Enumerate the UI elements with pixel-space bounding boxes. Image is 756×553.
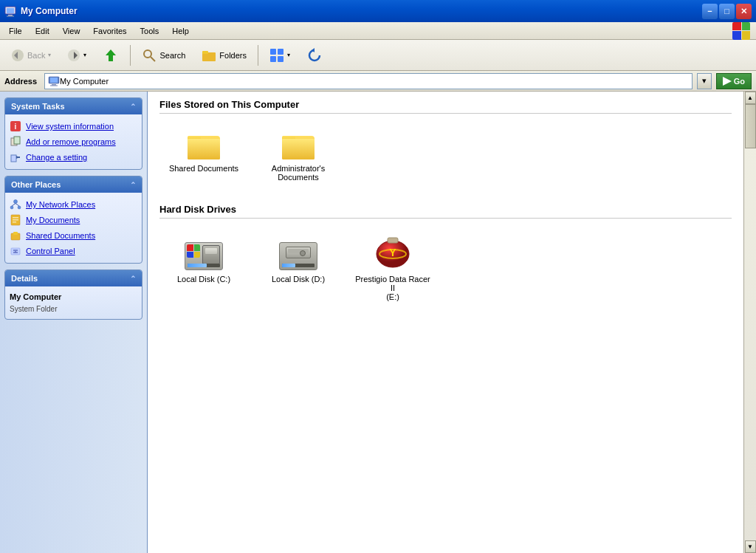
shared-documents-folder-icon [186,130,221,159]
svg-rect-37 [13,219,18,221]
svg-point-30 [14,200,18,204]
svg-text:Y: Y [389,247,396,258]
documents-icon [10,214,21,226]
undo-icon [306,47,323,63]
svg-rect-27 [11,155,16,162]
folders-button[interactable]: Folders [195,45,253,66]
svg-rect-19 [50,78,58,83]
address-input-wrapper[interactable] [44,73,693,89]
scroll-down-button[interactable]: ▼ [745,540,756,553]
svg-rect-13 [270,49,276,55]
local-disk-c-icon [183,235,224,270]
svg-rect-21 [50,85,58,86]
system-tasks-body: i View system information Add or remove … [5,114,142,169]
hard-disk-section-title: Hard Disk Drives [159,204,732,219]
scrollbar[interactable]: ▲ ▼ [743,92,756,553]
local-disk-c-item[interactable]: Local Disk (C:) [159,227,248,309]
files-section-title: Files Stored on This Computer [159,99,732,114]
view-system-info-link[interactable]: i View system information [10,120,137,132]
svg-point-31 [10,206,13,209]
svg-rect-20 [52,84,56,86]
svg-point-9 [144,50,151,58]
svg-rect-1 [7,8,14,13]
local-disk-c-label: Local Disk (C:) [177,275,230,284]
hard-disk-icon-grid: Local Disk (C:) [159,227,732,309]
info-icon: i [10,120,21,132]
svg-line-10 [151,57,155,61]
menu-help[interactable]: Help [166,25,195,37]
title-bar-buttons: − □ ✕ [702,4,752,19]
windows-logo [732,22,750,40]
go-arrow-icon [723,77,732,86]
shared-documents-item[interactable]: Shared Documents [159,123,248,189]
svg-marker-8 [106,49,116,61]
folders-icon [202,49,216,62]
menu-tools[interactable]: Tools [134,25,165,37]
admin-documents-folder-icon [281,130,316,159]
toolbar-separator-2 [258,45,258,66]
admin-documents-label: Administrator'sDocuments [272,164,325,182]
up-button[interactable] [96,44,126,67]
local-disk-d-item[interactable]: Local Disk (D:) [254,227,343,309]
controlpanel-icon [10,245,21,257]
back-button[interactable]: Back ▾ [4,45,58,66]
scroll-up-button[interactable]: ▲ [745,92,756,104]
main-content: System Tasks ⌃ i View system information [0,92,756,553]
search-button[interactable]: Search [135,44,192,66]
svg-line-34 [16,204,19,207]
right-panel: Files Stored on This Computer Shared Doc… [148,92,743,553]
details-collapse-icon: ⌃ [130,275,136,283]
minimize-button[interactable]: − [702,4,718,19]
other-places-header[interactable]: Other Places ⌃ [5,176,142,193]
shared-icon [10,230,21,241]
go-button[interactable]: Go [716,73,752,89]
address-input[interactable] [60,77,689,86]
maximize-button[interactable]: □ [719,4,735,19]
shared-documents-link[interactable]: Shared Documents [10,230,137,241]
system-tasks-section: System Tasks ⌃ i View system information [4,97,142,170]
forward-icon [67,49,80,62]
local-disk-d-label: Local Disk (D:) [272,275,325,284]
svg-marker-29 [16,156,19,159]
other-places-body: My Network Places My Documents [5,193,142,263]
menu-view[interactable]: View [57,25,86,37]
my-documents-link[interactable]: My Documents [10,214,137,226]
prestigio-item[interactable]: Y Prestigio Data Racer II(E:) [348,227,437,309]
up-icon [103,47,119,63]
scroll-thumb[interactable] [745,104,756,148]
left-panel: System Tasks ⌃ i View system information [0,92,148,553]
other-places-section: Other Places ⌃ My Network Places [4,176,142,264]
my-network-places-link[interactable]: My Network Places [10,199,137,210]
change-setting-link[interactable]: Change a setting [10,151,137,163]
menu-items: File Edit View Favorites Tools Help [3,25,195,37]
add-remove-programs-link[interactable]: Add or remove programs [10,136,137,148]
back-icon [11,49,24,62]
menu-file[interactable]: File [3,25,28,37]
address-bar: Address ▾ Go [0,71,756,92]
svg-line-33 [12,204,16,207]
svg-rect-12 [202,51,208,54]
details-header[interactable]: Details ⌃ [5,270,142,286]
close-button[interactable]: ✕ [736,4,752,19]
toolbar-separator-1 [130,45,131,66]
system-tasks-header[interactable]: System Tasks ⌃ [5,98,142,114]
local-disk-d-icon [278,235,319,270]
menu-edit[interactable]: Edit [30,25,55,37]
svg-text:i: i [15,123,17,131]
address-dropdown[interactable]: ▾ [697,73,712,89]
collapse-icon: ⌃ [130,103,136,111]
svg-rect-40 [13,232,18,235]
files-icon-grid: Shared Documents Administrator'sDocument… [159,123,732,189]
details-subtitle: System Folder [10,305,137,313]
history-button[interactable] [300,44,329,67]
menu-favorites[interactable]: Favorites [87,25,132,37]
title-bar: My Computer − □ ✕ [0,0,756,22]
control-panel-link[interactable]: Control Panel [10,245,137,257]
usb-drive-icon: Y [374,236,411,269]
admin-documents-item[interactable]: Administrator'sDocuments [254,123,343,189]
svg-rect-26 [14,137,20,144]
view-button[interactable]: ▾ [263,44,297,66]
details-section: Details ⌃ My Computer System Folder [4,269,142,320]
forward-button[interactable]: ▾ [61,45,93,66]
svg-rect-2 [8,15,13,16]
